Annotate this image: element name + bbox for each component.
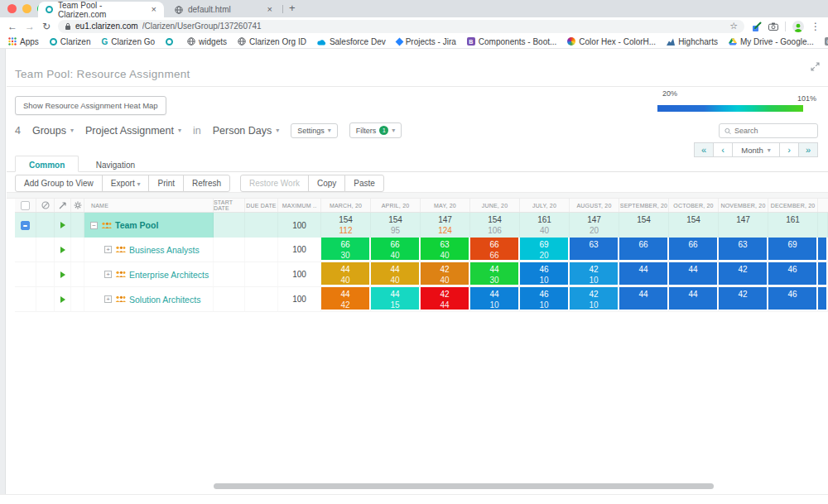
bookmark-clarizen-2[interactable] [166,38,176,46]
month-column-header[interactable]: APRIL, 20 [371,199,421,212]
search-box[interactable] [719,123,818,138]
chrome-menu-icon[interactable]: ⋮ [811,22,821,31]
bookmark-widgets[interactable]: widgets [187,37,227,46]
month-cell[interactable]: 6630 [321,238,371,262]
back-icon[interactable]: ← [7,22,17,31]
month-cell[interactable]: 4610 [520,287,570,311]
month-cell[interactable]: 4442 [321,287,371,311]
month-cell[interactable]: 6340 [421,238,470,262]
month-cell[interactable]: 4440 [371,262,421,286]
bookmark-components-bootstrap[interactable]: B Components - Boot... [467,37,557,46]
month-cell[interactable]: 44 [669,287,719,311]
assignment-type-dropdown[interactable]: Project Assignment ▾ [85,125,181,137]
close-tab-icon[interactable]: × [267,5,272,14]
month-column-header[interactable]: OCTOBER, 20 [669,199,719,212]
month-column-header[interactable]: JULY, 20 [520,199,570,212]
bookmark-color-hex[interactable]: Color Hex - ColorH... [567,37,656,46]
reload-icon[interactable]: ↻ [42,22,51,31]
month-column-header[interactable]: DECEMBER, 20 [768,199,818,212]
month-column-header[interactable]: MARCH, 20 [321,199,371,212]
month-column-header[interactable]: AUGUST, 20 [570,199,619,212]
expand-icon[interactable]: + [104,246,112,253]
month-cell[interactable]: 161 [768,213,818,238]
month-cell[interactable]: 4440 [321,262,371,286]
bookmark-highcharts[interactable]: Highcharts [667,37,718,46]
bookmark-clarizen-org-id[interactable]: Clarizen Org ID [238,37,306,46]
bookmark-projects-jira[interactable]: Projects - Jira [397,37,456,46]
units-dropdown[interactable]: Person Days ▾ [213,125,280,137]
month-cell[interactable]: 66 [669,238,719,262]
browser-tab-active[interactable]: Team Pool - Clarizen.com × [38,2,164,17]
due-date-column-header[interactable]: DUE DATE [245,199,278,212]
horizontal-scrollbar[interactable] [214,483,714,489]
assign-column-header[interactable] [55,199,71,212]
camera-icon[interactable] [768,22,778,31]
start-date-column-header[interactable]: START DATE [214,199,245,212]
group-name-link[interactable]: Solution Architects [129,295,200,305]
checkbox[interactable] [21,201,30,210]
group-name-link[interactable]: Enterprise Architects [129,270,209,280]
name-cell[interactable]: + Enterprise Architects [84,262,214,286]
month-column-header[interactable]: JUNE, 20 [470,199,520,212]
month-cell[interactable]: 4430 [470,262,520,286]
expand-icon[interactable]: + [104,271,112,278]
profile-avatar[interactable] [792,21,804,32]
month-cell[interactable]: 4240 [421,262,470,286]
groups-dropdown[interactable]: Groups ▾ [32,125,74,137]
checkbox-cell[interactable] [15,238,36,262]
month-cell[interactable]: 4410 [470,287,520,311]
month-cell[interactable]: 63 [719,238,768,262]
table-row-solution-architects[interactable]: + Solution Architects 100 4442 4415 4244… [15,287,828,312]
month-cell[interactable]: 63 [570,238,619,262]
paste-button[interactable]: Paste [344,175,384,192]
month-cell[interactable]: 154112 [321,213,371,238]
show-heatmap-button[interactable]: Show Resource Assignment Heat Map [15,96,166,115]
month-column-header[interactable]: SEPTEMBER, 20 [619,199,669,212]
month-cell[interactable]: 154 [619,213,669,238]
month-cell[interactable]: 4210 [570,287,619,311]
play-icon[interactable] [60,247,65,253]
copy-button[interactable]: Copy [308,175,345,192]
month-cell[interactable]: 46 [768,262,818,286]
print-button[interactable]: Print [148,175,184,192]
extension-pen-icon[interactable] [752,22,762,31]
bookmark-my-drive[interactable]: My Drive - Google... [729,37,814,46]
month-cell[interactable]: 44 [619,262,669,286]
group-name-link[interactable]: Business Analysts [129,245,200,255]
month-cell[interactable]: 14720 [570,213,619,238]
bookmark-clarizen[interactable]: Clarizen [50,37,91,46]
month-cell[interactable]: 6666 [470,238,520,262]
name-cell[interactable]: + Solution Architects [84,287,214,311]
new-tab-button[interactable]: + [289,2,296,14]
name-cell[interactable]: − Team Pool [84,213,214,238]
month-cell[interactable]: 66 [619,238,669,262]
play-icon[interactable] [60,222,65,228]
month-column-header[interactable]: MAY, 20 [421,199,470,212]
table-row-business-analysts[interactable]: + Business Analysts 100 6630 6640 6340 6… [15,238,828,262]
month-cell[interactable]: 4244 [421,287,470,311]
month-cell[interactable]: 16140 [520,213,570,238]
checkbox-cell[interactable] [15,262,36,286]
month-column-header[interactable]: NOVEMBER, 20 [719,199,768,212]
name-cell[interactable]: + Business Analysts [84,238,214,262]
table-row-team-pool[interactable]: − Team Pool 100 154112 15495 147124 1541… [15,213,828,238]
bookmark-apps[interactable]: Apps [8,37,39,46]
month-cell[interactable]: 4210 [570,262,619,286]
bookmark-salesforce-dev[interactable]: Salesforce Dev [317,37,386,46]
month-cell[interactable]: 44 [619,287,669,311]
name-column-header[interactable]: NAME [84,199,214,212]
month-cell[interactable]: 4610 [520,262,570,286]
refresh-button[interactable]: Refresh [183,175,230,192]
month-cell[interactable]: 46 [768,287,818,311]
month-cell[interactable]: 4415 [371,287,421,311]
row-checkbox-indeterminate[interactable] [21,221,30,230]
settings-button[interactable]: Settings ▾ [291,123,338,138]
bookmark-star-icon[interactable]: ☆ [729,21,738,31]
play-icon[interactable] [60,296,65,303]
export-button[interactable]: Export ▾ [102,175,150,192]
month-cell[interactable]: 154 [669,213,719,238]
tab-common[interactable]: Common [15,156,79,172]
expand-icon[interactable]: + [104,295,112,303]
month-cell[interactable]: 44 [669,262,719,286]
bookmark-clarizen-go[interactable]: G Clarizen Go [101,37,155,46]
